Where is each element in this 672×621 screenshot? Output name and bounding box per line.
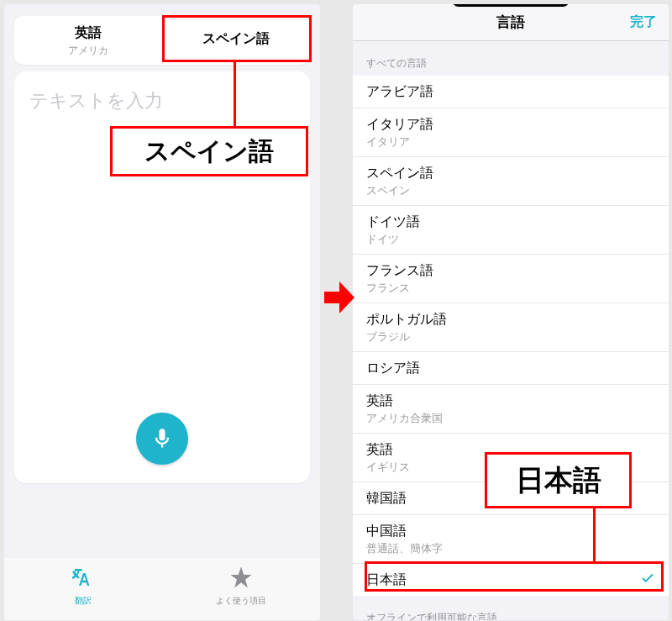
highlight-japanese-row xyxy=(365,561,664,592)
source-language-region: アメリカ xyxy=(14,44,162,58)
language-region: フランス xyxy=(366,281,655,296)
connector-line xyxy=(234,62,236,129)
language-region: 普通話、簡体字 xyxy=(366,541,655,556)
section-header-offline: オフラインで利用可能な言語 xyxy=(353,596,669,620)
source-language-label: 英語 xyxy=(14,24,162,42)
language-row[interactable]: ポルトガル語ブラジル xyxy=(353,303,669,352)
language-name: ポルトガル語 xyxy=(366,311,655,329)
language-region: ドイツ xyxy=(366,232,655,247)
arrow-icon xyxy=(324,282,354,313)
done-button[interactable]: 完了 xyxy=(630,13,657,31)
navigation-bar: 言語 完了 xyxy=(353,4,669,41)
language-name: ドイツ語 xyxy=(366,213,655,231)
callout-label-japanese: 日本語 xyxy=(485,452,632,508)
language-row[interactable]: ロシア語 xyxy=(353,352,669,385)
language-row[interactable]: ドイツ語ドイツ xyxy=(353,206,669,255)
tab-translate[interactable]: 翻訳 xyxy=(4,558,162,620)
language-row[interactable]: フランス語フランス xyxy=(353,255,669,303)
language-region: ブラジル xyxy=(366,329,655,345)
language-list[interactable]: アラビア語イタリア語イタリアスペイン語スペインドイツ語ドイツフランス語フランスポ… xyxy=(353,76,669,596)
language-name: 中国語 xyxy=(366,523,655,540)
tab-favorites-label: よく使う項目 xyxy=(216,595,266,607)
language-name: 英語 xyxy=(366,392,655,410)
language-region: イタリア xyxy=(366,134,655,150)
language-name: ロシア語 xyxy=(366,360,655,377)
language-row[interactable]: 中国語普通話、簡体字 xyxy=(353,515,669,564)
device-notch xyxy=(452,4,570,7)
tab-translate-label: 翻訳 xyxy=(75,595,92,607)
language-name: イタリア語 xyxy=(366,116,655,134)
highlight-target-language xyxy=(162,15,312,62)
translate-app-screen: 英語 アメリカ スペイン語 テキストを入力 翻訳 よく使う項目 xyxy=(4,4,320,620)
callout-label-spanish: スペイン語 xyxy=(110,126,308,176)
language-name: アラビア語 xyxy=(366,83,655,101)
language-row[interactable]: スペイン語スペイン xyxy=(353,157,669,206)
tab-bar: 翻訳 よく使う項目 xyxy=(4,558,320,620)
section-header-all: すべての言語 xyxy=(353,41,669,76)
language-name: フランス語 xyxy=(366,262,655,280)
nav-title: 言語 xyxy=(496,13,525,32)
tab-favorites[interactable]: よく使う項目 xyxy=(162,558,320,620)
language-row[interactable]: アラビア語 xyxy=(353,76,669,108)
language-name: スペイン語 xyxy=(366,165,655,182)
language-list-screen: 言語 完了 すべての言語 アラビア語イタリア語イタリアスペイン語スペインドイツ語… xyxy=(353,4,669,620)
source-language-button[interactable]: 英語 アメリカ xyxy=(14,16,162,65)
language-region: スペイン xyxy=(366,183,655,198)
input-placeholder: テキストを入力 xyxy=(14,71,310,130)
translate-icon xyxy=(71,565,96,593)
connector-line xyxy=(593,508,596,561)
language-row[interactable]: 英語アメリカ合衆国 xyxy=(353,385,669,434)
star-icon xyxy=(228,565,254,593)
language-row[interactable]: イタリア語イタリア xyxy=(353,108,669,157)
language-region: アメリカ合衆国 xyxy=(366,411,655,426)
microphone-icon xyxy=(150,427,174,450)
microphone-button[interactable] xyxy=(136,413,188,465)
